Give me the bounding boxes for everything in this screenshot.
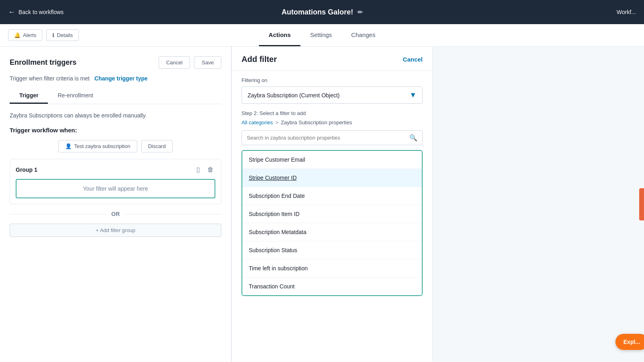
sub-nav-left: 🔔 Alerts ℹ Details: [8, 24, 79, 46]
breadcrumb-separator: >: [275, 119, 279, 125]
nav-right-text: Workf...: [617, 0, 644, 24]
filter-item-stripe-email[interactable]: Stripe Customer Email: [242, 151, 422, 169]
alerts-button[interactable]: 🔔 Alerts: [8, 29, 42, 41]
tab-settings[interactable]: Settings: [300, 24, 341, 46]
delete-group-button[interactable]: 🗑: [206, 165, 215, 174]
trigger-when-label: Trigger workflow when:: [10, 127, 221, 134]
search-bar: 🔍: [242, 130, 423, 145]
cancel-button[interactable]: Cancel: [159, 56, 190, 69]
search-icon: 🔍: [409, 134, 417, 142]
filter-panel-header: Add filter Cancel: [232, 47, 432, 71]
change-trigger-link[interactable]: Change trigger type: [95, 75, 148, 82]
search-input[interactable]: [247, 135, 409, 141]
filter-item-stripe-id[interactable]: Stripe Customer ID: [242, 169, 422, 187]
back-arrow-icon: ←: [8, 8, 15, 16]
info-icon: ℹ: [52, 32, 54, 38]
group-1-box: Group 1 ▯ 🗑 Your filter will appear here: [10, 159, 221, 204]
filter-panel-title: Add filter: [242, 55, 277, 64]
sub-nav: 🔔 Alerts ℹ Details Actions Settings Chan…: [0, 24, 644, 47]
nav-title: Automations Galore! ✏: [281, 8, 362, 16]
test-subscription-button[interactable]: 👤 Test zaybra subscription: [58, 140, 137, 152]
enroll-note: Zaybra Subscriptions can always be enrol…: [10, 112, 221, 119]
add-filter-panel: Add filter Cancel Filtering on Zaybra Su…: [231, 47, 433, 362]
test-discard-row: 👤 Test zaybra subscription Discard: [10, 140, 221, 152]
discard-button[interactable]: Discard: [141, 140, 173, 152]
details-button[interactable]: ℹ Details: [46, 29, 79, 41]
filter-placeholder[interactable]: Your filter will appear here: [16, 179, 215, 198]
filter-list: Stripe Customer Email Stripe Customer ID…: [242, 150, 423, 296]
breadcrumb-all-link[interactable]: All categories: [242, 119, 273, 125]
workflow-title: Automations Galore!: [281, 8, 353, 16]
tab-reenrollment[interactable]: Re-enrollment: [48, 88, 103, 104]
panel-header: Enrollment triggers Cancel Save: [10, 56, 221, 69]
panel-actions: Cancel Save: [159, 56, 221, 69]
filter-cancel-link[interactable]: Cancel: [403, 56, 423, 63]
panel-title: Enrollment triggers: [10, 58, 76, 67]
back-to-workflows-link[interactable]: ← Back to workflows: [8, 8, 64, 16]
filter-item-sub-item-id[interactable]: Subscription Item ID: [242, 205, 422, 223]
chevron-down-icon: ▼: [409, 91, 417, 99]
step2-label: Step 2: Select a filter to add: [232, 110, 432, 119]
trigger-description: Trigger when filter criteria is met Chan…: [10, 75, 221, 82]
copy-group-button[interactable]: ▯: [195, 165, 202, 174]
top-nav: ← Back to workflows Automations Galore! …: [0, 0, 644, 24]
filter-item-time-left[interactable]: Time left in subscription: [242, 259, 422, 278]
filter-item-transaction-count[interactable]: Transaction Count: [242, 278, 422, 295]
breadcrumb-current: Zaybra Subscription properties: [281, 119, 352, 125]
filtering-on-label: Filtering on: [242, 77, 423, 83]
tab-trigger[interactable]: Trigger: [10, 88, 48, 104]
sub-nav-tabs: Actions Settings Changes: [259, 24, 385, 46]
tab-changes[interactable]: Changes: [342, 24, 385, 46]
back-label: Back to workflows: [19, 9, 64, 15]
user-icon: 👤: [65, 143, 72, 149]
group-title: Group 1: [16, 167, 37, 173]
breadcrumb: All categories > Zaybra Subscription pro…: [232, 119, 432, 130]
or-divider: OR: [10, 211, 221, 217]
add-filter-group-button[interactable]: + Add filter group: [10, 224, 221, 237]
filtering-on-section: Filtering on Zaybra Subscription (Curren…: [232, 71, 432, 110]
filter-item-sub-end-date[interactable]: Subscription End Date: [242, 187, 422, 205]
edit-icon[interactable]: ✏: [357, 8, 363, 16]
save-button[interactable]: Save: [194, 56, 221, 69]
group-header: Group 1 ▯ 🗑: [16, 165, 215, 174]
left-panel: Enrollment triggers Cancel Save Trigger …: [0, 47, 231, 362]
main-content: Enrollment triggers Cancel Save Trigger …: [0, 47, 644, 362]
alert-icon: 🔔: [14, 32, 21, 38]
right-accent-bar: [639, 188, 644, 220]
tab-actions[interactable]: Actions: [259, 24, 300, 46]
filtering-on-dropdown[interactable]: Zaybra Subscription (Current Object) ▼: [242, 86, 423, 104]
filter-item-sub-status[interactable]: Subscription Status: [242, 241, 422, 259]
filter-item-sub-metadata[interactable]: Subscription Metatdata: [242, 223, 422, 241]
inner-tabs-row: Trigger Re-enrollment: [10, 88, 221, 104]
dropdown-value: Zaybra Subscription (Current Object): [248, 92, 340, 99]
group-icons: ▯ 🗑: [195, 165, 215, 174]
explore-button[interactable]: Expl...: [615, 334, 644, 350]
